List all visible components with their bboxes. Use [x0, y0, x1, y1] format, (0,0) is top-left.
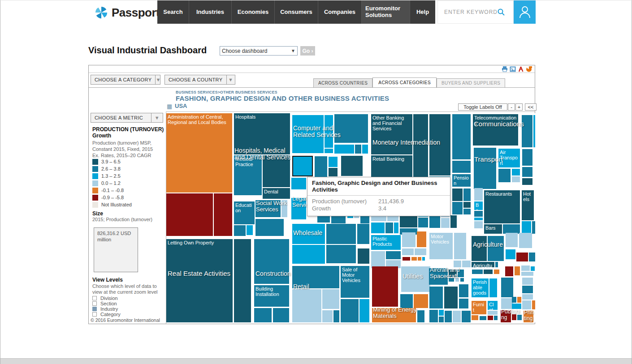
treemap-cell[interactable]	[494, 316, 498, 320]
treemap-cell[interactable]: Hospitals	[234, 113, 290, 154]
search-icon[interactable]	[497, 8, 505, 16]
nav-item-euromonitor-solutions[interactable]: Euromonitor Solutions	[361, 0, 410, 24]
treemap-cell[interactable]	[454, 233, 466, 259]
treemap-cell[interactable]	[522, 178, 532, 185]
treemap-cell[interactable]	[281, 200, 287, 217]
treemap-cell[interactable]	[386, 251, 401, 259]
treemap-cell[interactable]: Restaurants	[484, 190, 520, 223]
treemap-cell[interactable]	[326, 245, 356, 263]
treemap-cell[interactable]: Clot	[488, 301, 498, 310]
treemap-cell[interactable]	[455, 278, 459, 282]
level-checkbox-division[interactable]	[92, 296, 97, 300]
treemap-cell[interactable]: Air Transport	[498, 149, 520, 167]
treemap-cell[interactable]	[334, 114, 368, 143]
treemap-cell[interactable]	[445, 311, 452, 322]
treemap-cell[interactable]	[474, 218, 483, 220]
treemap-cell[interactable]	[333, 310, 339, 322]
treemap-cell[interactable]	[247, 225, 253, 235]
treemap-cell[interactable]	[452, 202, 463, 214]
treemap-cell[interactable]	[506, 233, 518, 247]
treemap-cell[interactable]: Other Banking and Financial Services	[371, 114, 412, 154]
treemap-cell[interactable]	[422, 257, 425, 261]
metric-dropdown[interactable]: CHOOSE A METRIC ▼	[91, 113, 163, 123]
treemap-cell[interactable]	[494, 270, 499, 274]
treemap-cell[interactable]	[402, 248, 414, 255]
treemap-cell[interactable]	[334, 145, 354, 154]
treemap-cell[interactable]	[418, 218, 428, 227]
treemap-cell[interactable]	[480, 316, 486, 320]
treemap-cell[interactable]	[512, 297, 516, 303]
category-dropdown[interactable]: CHOOSE A CATEGORY ▼	[91, 75, 160, 85]
treemap-cell[interactable]	[371, 251, 385, 268]
treemap-cell[interactable]	[489, 278, 497, 297]
treemap-cell[interactable]	[444, 287, 458, 308]
breadcrumb[interactable]: BUSINESS SERVICES>OTHER BUSINESS SERVICE…	[176, 90, 277, 94]
treemap-cell[interactable]	[516, 253, 528, 261]
treemap-cell[interactable]	[501, 278, 513, 297]
treemap-cell[interactable]	[474, 188, 483, 201]
passport-logo[interactable]: Passport	[95, 4, 160, 21]
treemap-cell[interactable]	[234, 225, 246, 236]
treemap-cell[interactable]	[358, 248, 369, 264]
go-button[interactable]: Go ›	[300, 46, 315, 56]
treemap-cell[interactable]	[292, 245, 325, 264]
level-checkbox-category[interactable]	[92, 312, 97, 317]
treemap-cell[interactable]	[517, 315, 522, 320]
treemap-cell[interactable]	[450, 215, 457, 228]
treemap-cell[interactable]	[462, 261, 471, 267]
treemap-cell[interactable]	[429, 287, 443, 308]
treemap-cell[interactable]	[488, 311, 498, 315]
treemap-cell[interactable]	[429, 310, 438, 322]
treemap-cell[interactable]	[522, 300, 531, 309]
treemap-cell[interactable]	[429, 114, 450, 176]
treemap-cell[interactable]	[394, 223, 398, 233]
treemap-cell[interactable]: Building Installation	[254, 285, 289, 307]
treemap-cell[interactable]	[415, 248, 426, 255]
nav-item-search[interactable]: Search	[157, 0, 189, 24]
treemap-cell[interactable]	[414, 294, 428, 308]
print-icon[interactable]	[502, 66, 508, 72]
treemap-cell[interactable]	[418, 257, 421, 261]
treemap-cell[interactable]: Administration of Central, Regional and …	[166, 113, 232, 193]
treemap-cell[interactable]	[329, 168, 338, 176]
treemap-cell[interactable]	[462, 311, 471, 322]
treemap-cell[interactable]	[521, 272, 533, 276]
treemap-cell[interactable]	[359, 299, 369, 322]
treemap-cell[interactable]	[214, 193, 232, 236]
treemap-cell[interactable]	[472, 270, 483, 274]
treemap-cell[interactable]: Pension	[452, 174, 471, 187]
treemap-cell[interactable]	[522, 115, 532, 147]
treemap-cell[interactable]	[512, 304, 521, 309]
treemap-cell[interactable]	[452, 188, 463, 201]
treemap-cell[interactable]	[429, 268, 448, 285]
treemap-cell[interactable]	[521, 266, 530, 271]
treemap-cell[interactable]	[531, 266, 535, 271]
treemap-cell[interactable]	[453, 311, 461, 322]
zoom-in-button[interactable]: +	[515, 103, 523, 111]
treemap-cell[interactable]	[452, 161, 471, 173]
treemap-cell[interactable]: Furnit	[472, 301, 486, 314]
treemap-cell[interactable]	[403, 257, 410, 261]
treemap-cell[interactable]	[515, 266, 520, 275]
treemap-cell[interactable]	[472, 236, 487, 261]
treemap-cell[interactable]	[463, 209, 471, 214]
treemap-cell[interactable]: Letting Own Property	[166, 239, 233, 322]
treemap-cell[interactable]	[292, 224, 325, 244]
treemap-cell[interactable]	[459, 299, 468, 308]
tab-across-categories[interactable]: ACROSS CATEGORIES	[372, 77, 437, 88]
treemap-cell[interactable]	[506, 249, 515, 259]
nav-item-companies[interactable]: Companies	[318, 0, 361, 24]
dashboard-select[interactable]: Choose dashboard ▼	[220, 46, 298, 56]
treemap-cell[interactable]	[454, 261, 461, 267]
treemap-cell[interactable]	[458, 270, 464, 277]
treemap-cell[interactable]: Bars	[484, 224, 502, 234]
collapse-button[interactable]: <<	[525, 103, 537, 111]
treemap-cell[interactable]	[501, 310, 511, 322]
treemap-cell[interactable]	[517, 297, 521, 303]
treemap-cell[interactable]	[474, 148, 496, 189]
country-dropdown[interactable]: CHOOSE A COUNTRY ▼	[164, 75, 235, 85]
treemap-cell[interactable]	[291, 178, 306, 189]
treemap-cell[interactable]	[512, 169, 520, 176]
treemap-cell[interactable]	[254, 239, 289, 284]
treemap-cell[interactable]	[533, 115, 535, 147]
